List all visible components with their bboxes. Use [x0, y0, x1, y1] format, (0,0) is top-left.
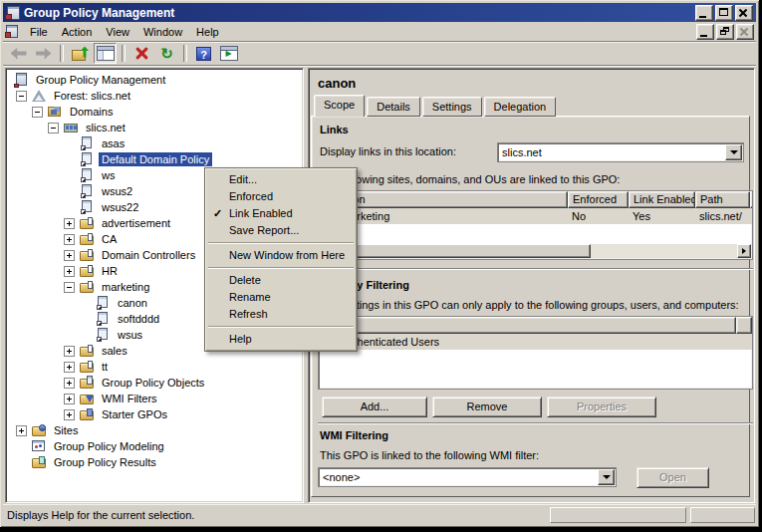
collapse-icon[interactable] [64, 282, 75, 293]
expand-icon[interactable] [64, 378, 75, 389]
close-button[interactable] [735, 5, 753, 21]
menu-action[interactable]: Action [55, 24, 100, 40]
wmi-combobox-dropdown-button[interactable] [598, 469, 615, 485]
delete-button[interactable] [130, 43, 153, 64]
tree-item-slics-net[interactable]: slics.net [6, 120, 303, 135]
table-row[interactable]: marketingNoYesslics.net/ [319, 208, 752, 224]
mdi-restore-button[interactable] [716, 24, 734, 40]
menu-help[interactable]: Help [189, 24, 226, 40]
expand-icon[interactable] [64, 409, 75, 420]
menu-window[interactable]: Window [136, 24, 189, 40]
back-button[interactable] [7, 43, 30, 64]
console-icon [14, 73, 29, 87]
expand-icon[interactable] [64, 362, 75, 373]
tree-item-sites[interactable]: Sites [6, 422, 303, 438]
mdi-close-button[interactable] [736, 24, 754, 40]
context-menu-item-label: Rename [229, 291, 271, 303]
context-menu-item-help[interactable]: Help [207, 331, 355, 348]
ou-icon [80, 344, 95, 358]
gpo-icon [96, 328, 111, 342]
tree-item-starter-gpos[interactable]: Starter GPOs [6, 406, 303, 422]
remove-button[interactable]: Remove [432, 397, 542, 417]
tree-item-forest-slics-net[interactable]: Forest: slics.net [6, 88, 303, 104]
tree-item-label: ws [99, 168, 118, 182]
security-filtering-list: Name Authenticated Users [318, 316, 753, 390]
add-button[interactable]: Add... [322, 397, 427, 417]
context-menu-item-edit[interactable]: Edit... [207, 171, 355, 188]
starter-folder-icon [80, 407, 95, 421]
up-level-button[interactable] [69, 43, 92, 64]
security-name-column-header[interactable]: Name [319, 317, 736, 334]
wmi-filter-combobox[interactable]: <none> [318, 467, 617, 487]
context-menu-item-label: Delete [229, 274, 261, 286]
menu-separator [208, 242, 354, 244]
tab-delegation[interactable]: Delegation [484, 97, 557, 117]
links-list: LocationEnforcedLink EnabledPath marketi… [318, 190, 753, 260]
context-menu-item-link-enabled[interactable]: ✓Link Enabled [207, 205, 355, 222]
menu-view[interactable]: View [99, 24, 136, 40]
tab-settings[interactable]: Settings [422, 97, 482, 117]
console-tree-button[interactable] [94, 43, 117, 64]
tree-item-group-policy-results[interactable]: Group Policy Results [6, 454, 303, 470]
tab-scope[interactable]: Scope [314, 95, 365, 117]
context-menu-item-label: Refresh [229, 308, 268, 320]
mdi-minimize-button[interactable] [696, 24, 714, 40]
tree-item-tt[interactable]: tt [6, 359, 303, 375]
table-cell: slics.net/ [695, 210, 750, 222]
tree-item-label: marketing [99, 280, 152, 294]
location-combobox-dropdown-button[interactable] [725, 144, 742, 160]
properties-button[interactable]: Properties [547, 397, 656, 417]
tree-item-default-domain-policy[interactable]: Default Domain Policy [6, 151, 303, 167]
menu-bar: FileActionViewWindowHelp [3, 22, 756, 42]
collapse-icon[interactable] [32, 107, 43, 118]
context-menu-item-new-window-from-here[interactable]: New Window from Here [207, 247, 355, 264]
column-header-enforced[interactable]: Enforced [568, 191, 629, 208]
maximize-button[interactable] [715, 5, 733, 21]
collapse-icon[interactable] [48, 123, 59, 133]
tree-item-group-policy-management[interactable]: Group Policy Management [6, 72, 303, 88]
refresh-button[interactable]: ↻ [155, 43, 178, 64]
scroll-right-button[interactable] [737, 244, 751, 258]
expand-icon[interactable] [64, 250, 75, 261]
expand-icon[interactable] [64, 234, 75, 245]
tree-item-asas[interactable]: asas [6, 135, 303, 151]
tab-details[interactable]: Details [367, 97, 420, 117]
open-button[interactable]: Open [636, 467, 709, 488]
forward-button[interactable] [32, 43, 55, 64]
context-menu-item-refresh[interactable]: Refresh [207, 306, 355, 323]
expand-icon[interactable] [64, 218, 75, 229]
expand-icon[interactable] [64, 266, 75, 277]
context-menu-item-enforced[interactable]: Enforced [207, 188, 355, 205]
scrollbar-thumb[interactable] [334, 244, 591, 258]
collapse-icon[interactable] [16, 91, 27, 102]
tree-item-label: Forest: slics.net [51, 89, 133, 103]
tree-item-group-policy-objects[interactable]: Group Policy Objects [6, 375, 303, 391]
tree-item-group-policy-modeling[interactable]: Group Policy Modeling [6, 438, 303, 454]
tree-item-label: Domain Controllers [99, 248, 198, 262]
gpo-name: canon [318, 76, 356, 91]
context-menu-item-delete[interactable]: Delete [207, 272, 355, 289]
context-menu-item-save-report[interactable]: Save Report... [207, 222, 355, 239]
tree-item-label: WMI Filters [99, 392, 160, 405]
security-list-rows: Authenticated Users [319, 334, 752, 350]
tree-item-domains[interactable]: Domains [6, 104, 303, 120]
forward-icon [36, 48, 52, 59]
menu-file[interactable]: File [23, 24, 55, 40]
tree-item-label: softdddd [115, 312, 162, 326]
column-header-path[interactable]: Path [695, 191, 750, 208]
tree-item-label: wsus [115, 328, 145, 342]
context-menu-item-rename[interactable]: Rename [207, 289, 355, 306]
expand-icon[interactable] [64, 394, 75, 404]
expand-icon[interactable] [16, 425, 27, 436]
tree-item-label: advertisement [99, 216, 173, 230]
security-filler-column-header [736, 317, 752, 334]
console-tree-icon [97, 46, 115, 61]
column-header-link-enabled[interactable]: Link Enabled [629, 191, 695, 208]
show-window-button[interactable]: ▶ [217, 43, 240, 64]
expand-icon[interactable] [64, 346, 75, 357]
minimize-button[interactable] [695, 5, 713, 21]
help-button[interactable]: ? [192, 43, 215, 64]
location-combobox[interactable]: slics.net [497, 142, 744, 162]
list-item[interactable]: Authenticated Users [319, 334, 752, 350]
tree-item-wmi-filters[interactable]: WMI Filters [6, 391, 303, 406]
